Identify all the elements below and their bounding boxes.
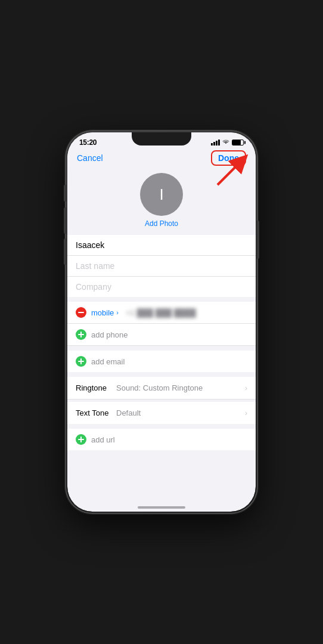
ringtone-row[interactable]: Ringtone Sound: Custom Ringtone › — [67, 377, 256, 400]
add-photo-button[interactable]: Add Photo — [145, 219, 178, 228]
text-tone-label: Text Tone — [76, 408, 113, 417]
name-section — [67, 235, 256, 297]
status-bar: 15:20 — [67, 132, 256, 149]
add-url-button[interactable] — [76, 434, 86, 445]
nav-bar: Cancel Done — [67, 149, 256, 168]
add-email-row[interactable]: add email — [67, 351, 256, 372]
email-section: add email — [67, 351, 256, 372]
text-tone-row[interactable]: Text Tone Default › — [67, 402, 256, 424]
wifi-icon — [222, 139, 229, 146]
phone-number: +1 ███ ███ ████ — [126, 308, 196, 317]
signal-bars-icon — [211, 140, 220, 145]
divider-2 — [67, 346, 256, 351]
last-name-field[interactable] — [67, 256, 256, 277]
avatar-initial: I — [159, 185, 163, 204]
url-section: add url — [67, 429, 256, 450]
home-indicator — [138, 506, 185, 509]
cancel-button[interactable]: Cancel — [77, 153, 103, 163]
done-button[interactable]: Done — [211, 150, 246, 166]
first-name-field[interactable] — [67, 235, 256, 256]
phone-section: mobile › +1 ███ ███ ████ add phone — [67, 302, 256, 346]
first-name-input[interactable] — [76, 240, 247, 250]
minus-icon — [78, 312, 84, 313]
phone-label[interactable]: mobile — [91, 308, 114, 317]
battery-icon — [232, 140, 244, 145]
divider-1 — [67, 297, 256, 302]
status-time: 15:20 — [79, 138, 97, 147]
add-email-label[interactable]: add email — [91, 357, 125, 366]
ringtone-chevron-icon: › — [245, 384, 247, 392]
notch — [132, 132, 191, 145]
remove-phone-button[interactable] — [76, 307, 86, 318]
divider-4 — [67, 424, 256, 429]
plus-icon-url — [78, 436, 84, 442]
photo-area: I Add Photo — [67, 168, 256, 235]
add-url-row[interactable]: add url — [67, 429, 256, 450]
add-phone-button[interactable] — [76, 329, 86, 340]
ringtone-label: Ringtone — [76, 383, 113, 392]
divider-3 — [67, 372, 256, 377]
add-phone-row[interactable]: add phone — [67, 324, 256, 346]
text-tone-value: Default — [116, 408, 245, 417]
add-phone-label[interactable]: add phone — [91, 330, 128, 339]
company-input[interactable] — [76, 282, 247, 292]
content-scroll[interactable]: I Add Photo — [67, 168, 256, 512]
plus-icon — [78, 332, 84, 338]
status-icons — [211, 139, 244, 146]
bottom-spacer — [67, 450, 256, 486]
phone-label-chevron-icon: › — [116, 309, 119, 316]
sound-section: Ringtone Sound: Custom Ringtone › Text T… — [67, 377, 256, 424]
add-email-button[interactable] — [76, 356, 86, 367]
company-field[interactable] — [67, 277, 256, 297]
text-tone-chevron-icon: › — [245, 409, 247, 417]
last-name-input[interactable] — [76, 261, 247, 271]
ringtone-value: Sound: Custom Ringtone — [116, 383, 245, 392]
add-url-label[interactable]: add url — [91, 435, 115, 444]
plus-icon-email — [78, 358, 84, 364]
phone-row: mobile › +1 ███ ███ ████ — [67, 302, 256, 324]
avatar[interactable]: I — [140, 173, 183, 216]
